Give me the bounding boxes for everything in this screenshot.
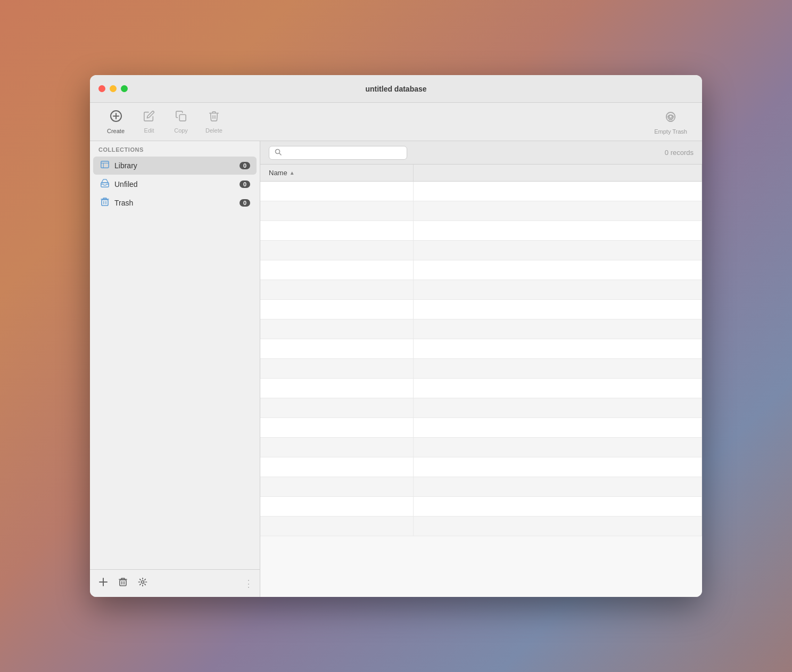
table-cell [260, 438, 414, 457]
table-cell [414, 280, 702, 299]
edit-label: Edit [144, 127, 154, 134]
table-container: Name ▲ [260, 165, 702, 597]
table-cell [260, 319, 414, 339]
table-cell [260, 379, 414, 398]
window-controls [98, 85, 128, 92]
library-icon [100, 160, 110, 171]
svg-rect-5 [101, 161, 109, 168]
table-cell [260, 457, 414, 477]
table-row [260, 379, 702, 398]
table-cell [260, 300, 414, 319]
table-row [260, 398, 702, 418]
svg-rect-9 [102, 200, 108, 206]
table-cell [414, 182, 702, 201]
delete-label: Delete [205, 127, 222, 134]
create-button[interactable]: Create [98, 106, 133, 137]
empty-trash-button[interactable]: Empty Trash [648, 106, 694, 138]
add-collection-button[interactable] [96, 575, 110, 592]
search-input[interactable] [285, 149, 401, 157]
sidebar-item-trash-label: Trash [114, 199, 240, 207]
copy-label: Copy [174, 127, 188, 134]
titlebar: untitled database [90, 75, 702, 103]
table-cell [260, 182, 414, 201]
sidebar-item-trash-badge: 0 [240, 199, 250, 207]
settings-collection-button[interactable] [136, 575, 150, 592]
table-row [260, 182, 702, 201]
sidebar-bottom: ⋮ [90, 569, 260, 597]
table-row [260, 339, 702, 359]
content-area: COLLECTIONS Library 0 [90, 141, 702, 597]
create-icon [110, 110, 122, 126]
table-cell [414, 300, 702, 319]
table-cell [260, 517, 414, 536]
table-cell [260, 398, 414, 417]
close-button[interactable] [98, 85, 105, 92]
table-cell [260, 221, 414, 240]
table-row [260, 418, 702, 438]
maximize-button[interactable] [121, 85, 128, 92]
table-cell [414, 260, 702, 280]
table-row [260, 280, 702, 300]
edit-icon [143, 110, 155, 125]
table-cell [414, 221, 702, 240]
table-cell [414, 477, 702, 496]
table-cell [260, 241, 414, 260]
table-cell [260, 418, 414, 437]
sidebar-item-unfiled-badge: 0 [240, 181, 250, 188]
delete-button[interactable]: Delete [197, 107, 231, 137]
column-name-label: Name [269, 169, 287, 177]
window-title: untitled database [365, 85, 426, 93]
sidebar-item-trash[interactable]: Trash 0 [93, 194, 257, 212]
copy-button[interactable]: Copy [165, 107, 197, 137]
table-row [260, 260, 702, 280]
column-name[interactable]: Name ▲ [260, 165, 414, 181]
table-cell [414, 398, 702, 417]
copy-icon [175, 110, 187, 125]
table-row [260, 477, 702, 497]
sort-asc-icon: ▲ [290, 170, 295, 176]
collections-header: COLLECTIONS [90, 141, 260, 156]
table-row [260, 457, 702, 477]
table-cell [414, 418, 702, 437]
table-cell [260, 339, 414, 358]
table-row [260, 438, 702, 457]
resize-handle[interactable]: ⋮ [244, 578, 253, 589]
main-panel: 0 records Name ▲ [260, 141, 702, 597]
app-window: untitled database Create Edit [90, 75, 702, 597]
table-cell [414, 201, 702, 220]
empty-trash-icon [663, 109, 678, 126]
svg-point-17 [142, 581, 144, 584]
sidebar-item-unfiled[interactable]: Unfiled 0 [93, 175, 257, 193]
table-row [260, 497, 702, 517]
svg-rect-3 [179, 114, 186, 121]
table-cell [414, 497, 702, 516]
table-cell [414, 241, 702, 260]
sidebar-item-library-label: Library [114, 161, 240, 170]
table-cell [260, 497, 414, 516]
table-cell [260, 280, 414, 299]
edit-button[interactable]: Edit [133, 107, 165, 137]
create-label: Create [107, 128, 125, 134]
table-row [260, 517, 702, 536]
minimize-button[interactable] [110, 85, 117, 92]
delete-icon [208, 110, 220, 125]
trash-icon [100, 197, 110, 209]
table-cell [414, 457, 702, 477]
table-cell [260, 201, 414, 220]
sidebar-item-library[interactable]: Library 0 [93, 157, 257, 175]
table-cell [414, 517, 702, 536]
sidebar-list: Library 0 Unfiled 0 [90, 156, 260, 569]
empty-trash-label: Empty Trash [654, 128, 687, 135]
table-row [260, 221, 702, 241]
table-cell [414, 438, 702, 457]
svg-rect-14 [120, 580, 126, 586]
column-extra[interactable] [414, 165, 702, 181]
table-row [260, 300, 702, 319]
sidebar: COLLECTIONS Library 0 [90, 141, 260, 597]
table-row [260, 201, 702, 221]
delete-collection-button[interactable] [117, 575, 129, 592]
sidebar-item-library-badge: 0 [240, 162, 250, 169]
search-input-wrapper [269, 146, 407, 160]
search-icon [275, 149, 282, 157]
table-cell [414, 379, 702, 398]
